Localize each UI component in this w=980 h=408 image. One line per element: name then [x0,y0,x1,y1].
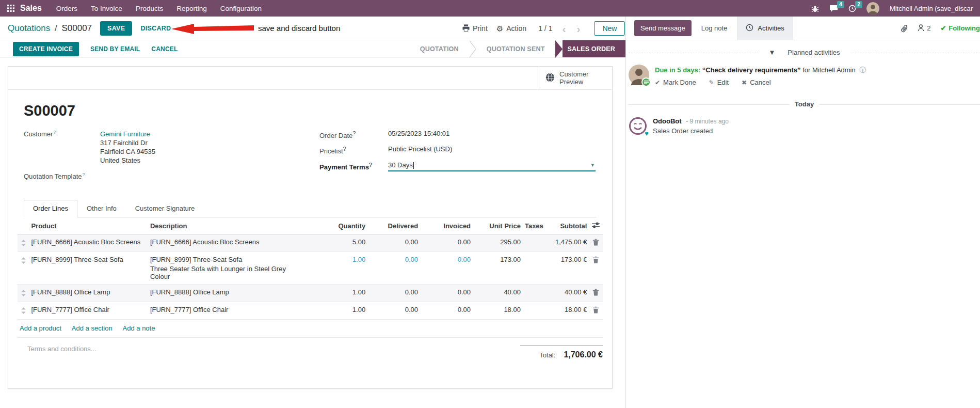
cell-description[interactable]: [FURN_8888] Office Lamp [148,285,302,302]
cell-taxes[interactable] [523,302,547,320]
drag-handle-icon[interactable] [18,252,29,285]
print-button[interactable]: Print [462,24,488,33]
cell-taxes[interactable] [523,234,547,252]
attachments-paperclip-icon[interactable] [901,24,908,33]
create-invoice-button[interactable]: CREATE INVOICE [13,42,79,56]
cell-quantity[interactable]: 1.00 [302,285,367,302]
send-by-email-button[interactable]: SEND BY EMAIL [90,45,140,53]
tab-customer-signature[interactable]: Customer Signature [126,200,204,217]
cell-description[interactable]: [FURN_6666] Acoustic Bloc Screens [148,234,302,252]
log-note-button[interactable]: Log note [701,24,728,32]
cancel-order-button[interactable]: CANCEL [151,45,178,53]
breadcrumb-quotations[interactable]: Quotations [8,23,50,33]
col-description[interactable]: Description [148,218,302,234]
cell-unit-price[interactable]: 295.00 [473,234,523,252]
cell-delivered[interactable]: 0.00 [367,302,420,320]
order-line-row[interactable]: [FURN_8999] Three-Seat Sofa [FURN_8999] … [18,252,603,285]
mark-done-button[interactable]: ✔Mark Done [655,79,696,86]
order-date-field[interactable]: 05/25/2023 15:40:01 [388,130,449,137]
order-line-row[interactable]: [FURN_7777] Office Chair [FURN_7777] Off… [18,302,603,320]
delete-line-icon[interactable] [589,234,603,252]
planned-activities-divider[interactable]: ▼Planned activities [629,49,980,56]
tab-other-info[interactable]: Other Info [77,200,126,217]
cell-delivered[interactable]: 0.00 [367,252,420,285]
col-delivered[interactable]: Delivered [367,218,420,234]
pager-next-icon[interactable]: › [575,23,581,34]
drag-handle-icon[interactable] [18,285,29,302]
col-taxes[interactable]: Taxes [523,218,547,234]
menu-configuration[interactable]: Configuration [220,5,262,12]
order-line-row[interactable]: [FURN_6666] Acoustic Bloc Screens [FURN_… [18,234,603,252]
debug-bug-icon[interactable] [811,5,819,12]
edit-activity-button[interactable]: ✎Edit [709,79,729,86]
dropdown-caret-icon[interactable]: ▾ [591,162,594,168]
stage-quotation-sent[interactable]: QUOTATION SENT [476,40,555,57]
col-invoiced[interactable]: Invoiced [420,218,473,234]
customer-preview-button[interactable]: Customer Preview [539,67,612,90]
save-button[interactable]: SAVE [100,21,132,36]
menu-reporting[interactable]: Reporting [176,5,207,12]
app-name[interactable]: Sales [20,4,42,13]
col-product[interactable]: Product [29,218,148,234]
new-button[interactable]: New [594,21,625,36]
cell-unit-price[interactable]: 173.00 [473,252,523,285]
add-a-note-link[interactable]: Add a note [123,324,155,332]
cell-unit-price[interactable]: 40.00 [473,285,523,302]
delete-line-icon[interactable] [589,302,603,320]
cell-product[interactable]: [FURN_8999] Three-Seat Sofa [29,252,148,285]
pager-previous-icon[interactable]: ‹ [561,23,567,34]
menu-products[interactable]: Products [136,5,163,12]
stage-sales-order[interactable]: SALES ORDER [563,40,626,57]
terms-placeholder[interactable]: Terms and conditions... [18,345,97,353]
stage-quotation[interactable]: QUOTATION [410,40,469,57]
cell-invoiced[interactable]: 0.00 [420,302,473,320]
cell-quantity[interactable]: 1.00 [302,252,367,285]
cell-product[interactable]: [FURN_8888] Office Lamp [29,285,148,302]
add-a-product-link[interactable]: Add a product [20,324,61,332]
delete-line-icon[interactable] [589,252,603,285]
user-avatar[interactable] [866,2,879,15]
cell-unit-price[interactable]: 18.00 [473,302,523,320]
cell-quantity[interactable]: 1.00 [302,302,367,320]
pricelist-field[interactable]: Public Pricelist (USD) [388,145,452,153]
activities-tab[interactable]: Activities [737,17,793,40]
cancel-activity-button[interactable]: ✖Cancel [742,79,771,86]
info-icon[interactable]: ⓘ [859,66,866,74]
message-author[interactable]: OdooBot [653,117,682,125]
cell-invoiced[interactable]: 0.00 [420,285,473,302]
cell-invoiced[interactable]: 0.00 [420,252,473,285]
optional-columns-icon[interactable] [589,218,603,234]
cell-description[interactable]: [FURN_8999] Three-Seat Sofa Three Seater… [148,252,302,285]
add-a-section-link[interactable]: Add a section [72,324,113,332]
drag-handle-icon[interactable] [18,302,29,320]
col-unit-price[interactable]: Unit Price [473,218,523,234]
cell-taxes[interactable] [523,285,547,302]
action-menu-button[interactable]: ⚙ Action [496,24,526,33]
activities-clock-icon[interactable]: 2 [848,5,856,12]
discard-button[interactable]: DISCARD [140,25,171,32]
following-button[interactable]: ✔ Following [940,24,980,32]
cell-delivered[interactable]: 0.00 [367,234,420,252]
menu-to-invoice[interactable]: To Invoice [91,5,122,12]
cell-description[interactable]: [FURN_7777] Office Chair [148,302,302,320]
cell-quantity[interactable]: 5.00 [302,234,367,252]
cell-product[interactable]: [FURN_7777] Office Chair [29,302,148,320]
payment-terms-input[interactable]: 30 Days ▾ [388,161,596,171]
col-quantity[interactable]: Quantity [302,218,367,234]
menu-orders[interactable]: Orders [56,5,77,12]
order-line-row[interactable]: [FURN_8888] Office Lamp [FURN_8888] Offi… [18,285,603,302]
cell-taxes[interactable] [523,252,547,285]
cell-invoiced[interactable]: 0.00 [420,234,473,252]
delete-line-icon[interactable] [589,285,603,302]
send-message-button[interactable]: Send message [634,20,692,36]
apps-grid-icon[interactable] [7,5,14,12]
customer-link[interactable]: Gemini Furniture [100,130,155,138]
messages-icon[interactable]: 4 [829,5,838,12]
followers-button[interactable]: 2 [918,24,930,33]
col-subtotal[interactable]: Subtotal [547,218,589,234]
cell-delivered[interactable]: 0.00 [367,285,420,302]
tab-order-lines[interactable]: Order Lines [24,200,77,217]
drag-handle-icon[interactable] [18,234,29,252]
user-menu[interactable]: Mitchell Admin (save_discar [890,5,973,12]
cell-product[interactable]: [FURN_6666] Acoustic Bloc Screens [29,234,148,252]
